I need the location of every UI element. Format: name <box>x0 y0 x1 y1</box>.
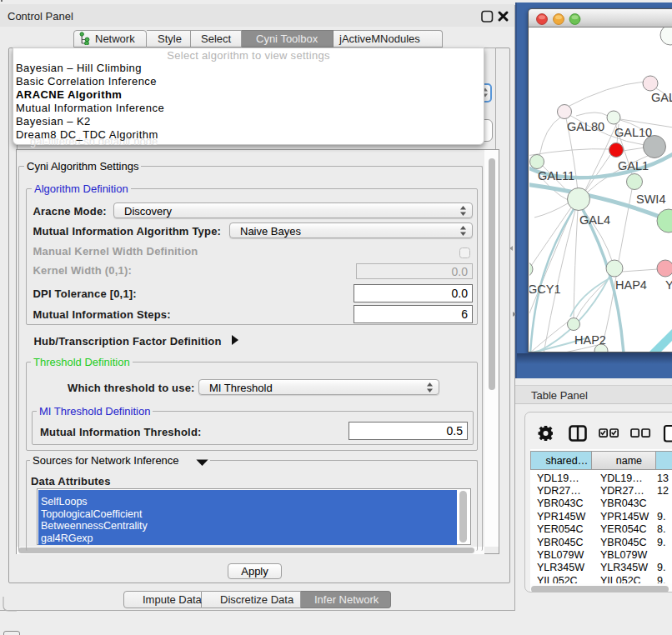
svg-text:GCY1: GCY1 <box>529 282 561 296</box>
svg-text:GAL: GAL <box>651 91 672 104</box>
svg-text:GAL1: GAL1 <box>618 159 649 172</box>
svg-text:GAL4: GAL4 <box>579 213 610 227</box>
svg-text:GAL10: GAL10 <box>614 126 652 139</box>
svg-text:Y: Y <box>665 278 672 292</box>
svg-text:HAP2: HAP2 <box>574 333 606 347</box>
svg-text:GAL80: GAL80 <box>567 120 604 133</box>
svg-text:GAL11: GAL11 <box>538 169 574 182</box>
svg-text:HAP4: HAP4 <box>615 278 647 292</box>
svg-text:SWI4: SWI4 <box>636 192 665 206</box>
